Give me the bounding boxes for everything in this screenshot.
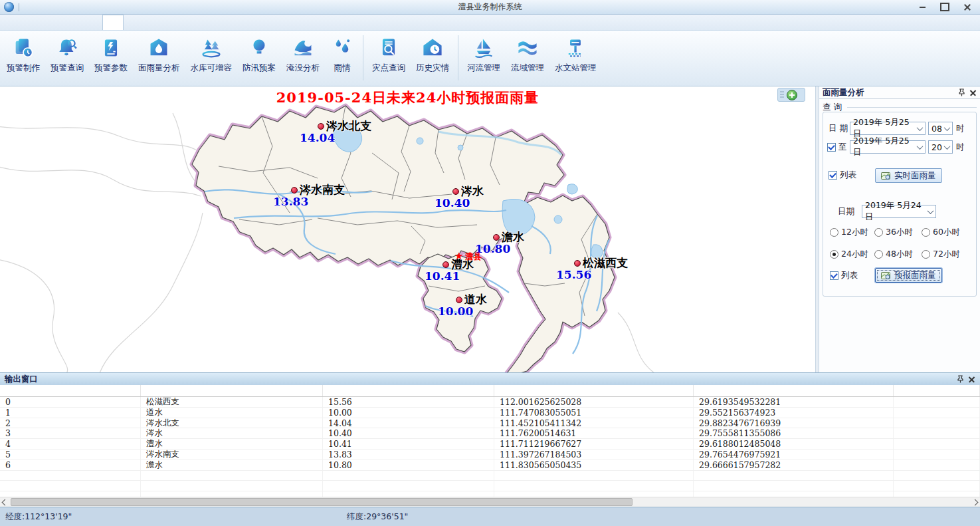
rain-analysis-panel: 面雨量分析 查 询 日 期 2019年 5月25日 08 时 至 2019年 5…: [819, 86, 980, 372]
scrollbar-thumb[interactable]: [11, 498, 633, 506]
panel-title: 面雨量分析: [823, 87, 864, 98]
menu-tab[interactable]: [82, 15, 102, 30]
toolbar-button[interactable]: 预警查询: [45, 34, 89, 86]
column-header[interactable]: [694, 385, 894, 396]
menu-tab[interactable]: [62, 15, 82, 30]
zoom-in-icon[interactable]: [787, 90, 797, 100]
menu-tab[interactable]: [223, 15, 243, 30]
longitude-readout: 经度:112°13'19": [0, 511, 340, 523]
duration-radio[interactable]: 48小时: [874, 249, 922, 260]
toolbar-button[interactable]: 防汛预案: [237, 34, 281, 86]
pin-icon[interactable]: [957, 375, 964, 383]
start-date-select[interactable]: 2019年 5月25日: [850, 122, 926, 135]
table-row[interactable]: 3 涔水 10.40 111.76200514631 29.7555811355…: [0, 428, 980, 439]
titlebar-divider: [19, 3, 19, 11]
menu-tab[interactable]: [3, 15, 23, 30]
toolbar-button[interactable]: 灾点查询: [367, 34, 411, 86]
doc-params-icon: [99, 36, 123, 60]
end-hour-select[interactable]: 20: [928, 140, 953, 154]
duration-radio[interactable]: 72小时: [922, 249, 973, 260]
table-row[interactable]: 1 道水 10.00 111.747083055051 29.552156374…: [0, 408, 980, 418]
raindrops-icon: [330, 36, 354, 60]
toolbar-button[interactable]: 流域管理: [506, 34, 549, 86]
toolbar-button[interactable]: 河流管理: [462, 34, 506, 86]
county-name-label: 澧县: [465, 251, 482, 263]
column-header[interactable]: [494, 385, 694, 396]
table-row[interactable]: 4 澧水 10.41 111.711219667627 29.618801248…: [0, 439, 980, 450]
table-header-row: [0, 385, 980, 397]
basin-map-graphic: [0, 86, 815, 372]
column-header[interactable]: [323, 385, 494, 396]
table-row[interactable]: 6 澹水 10.80 111.830565050435 29.666615795…: [0, 460, 980, 471]
toolbar-button[interactable]: 雨情: [325, 34, 359, 86]
table-row[interactable]: 0 松滋西支 15.56 112.001625625028 29.6193549…: [0, 397, 980, 408]
menu-tab[interactable]: [203, 15, 223, 30]
map-view[interactable]: 涔水北支 14.04 涔水南支 13.83 涔水 10.40 澹水 10.80 …: [0, 86, 815, 372]
menu-tab[interactable]: [243, 15, 263, 30]
scroll-left-icon[interactable]: [0, 497, 10, 507]
toolbar-button[interactable]: 预警参数: [89, 34, 133, 86]
close-panel-icon[interactable]: [969, 89, 977, 96]
column-header[interactable]: [0, 385, 141, 396]
chevron-down-icon: [917, 143, 924, 150]
realtime-rainfall-button[interactable]: 实时面雨量: [875, 168, 942, 183]
table-row[interactable]: 2 涔水北支 14.04 111.452105411342 29.8823476…: [0, 418, 980, 429]
station-dot-icon: [318, 123, 324, 130]
menu-tab[interactable]: [343, 15, 363, 30]
horizontal-scrollbar[interactable]: [0, 497, 980, 507]
radio-icon: [874, 250, 883, 259]
basin-rainfall-value: 10.41: [425, 269, 460, 283]
table-row[interactable]: [0, 471, 980, 481]
scroll-right-icon[interactable]: [970, 497, 980, 507]
reservoir-icon: [199, 36, 223, 60]
toolbar-button[interactable]: 面雨量分析: [133, 34, 185, 86]
map-zoom-widget: [777, 88, 805, 102]
minimize-icon[interactable]: [914, 2, 931, 13]
end-date-select[interactable]: 2019年 5月25日: [850, 140, 926, 154]
duration-radio[interactable]: 60小时: [922, 227, 973, 238]
menu-tab[interactable]: [163, 15, 183, 30]
station-dot-icon: [493, 234, 500, 241]
maximize-icon[interactable]: [936, 2, 953, 13]
table-row[interactable]: 5 涔水南支 13.83 111.397267184503 29.7654476…: [0, 450, 980, 460]
menu-tab[interactable]: [183, 15, 203, 30]
forecast-rainfall-button[interactable]: 预报面雨量: [875, 268, 942, 283]
chevron-down-icon: [944, 124, 951, 131]
flood-icon: [291, 36, 315, 60]
station-dot-icon: [456, 297, 462, 303]
toolbar-button[interactable]: 水库可增容: [185, 34, 238, 86]
column-header[interactable]: [894, 385, 980, 396]
menu-tab[interactable]: [283, 15, 303, 30]
menu-tab[interactable]: [43, 15, 62, 30]
toolbar-button[interactable]: 预警制作: [1, 34, 45, 86]
list-checkbox[interactable]: [830, 271, 838, 280]
menu-tab[interactable]: [124, 15, 144, 30]
menu-tab[interactable]: [144, 15, 163, 30]
forecast-date-select[interactable]: 2019年 5月24日: [862, 205, 936, 218]
list-checkbox[interactable]: [829, 171, 837, 180]
menu-tab[interactable]: [102, 15, 124, 30]
close-icon[interactable]: [959, 2, 976, 13]
toolbar-button[interactable]: 淹没分析: [281, 34, 325, 86]
column-header[interactable]: [141, 385, 323, 396]
menu-tab[interactable]: [263, 15, 283, 30]
result-table: 0 松滋西支 15.56 112.001625625028 29.6193549…: [0, 385, 980, 497]
menu-tab[interactable]: [323, 15, 343, 30]
to-date-checkbox[interactable]: [827, 143, 836, 152]
toolbar-button[interactable]: 水文站管理: [549, 34, 602, 86]
table-row[interactable]: [0, 481, 980, 491]
menu-tab[interactable]: [23, 15, 43, 30]
app-globe-icon: [4, 2, 14, 12]
duration-radio[interactable]: 12小时: [830, 227, 874, 238]
start-hour-select[interactable]: 08: [928, 122, 953, 135]
bell-search-icon: [55, 36, 79, 60]
drag-grip-icon[interactable]: [780, 90, 784, 99]
duration-radio[interactable]: 24小时: [830, 249, 874, 260]
menu-tab[interactable]: [303, 15, 323, 30]
duration-radio[interactable]: 36小时: [874, 227, 922, 238]
close-panel-icon[interactable]: [968, 376, 975, 383]
list-label: 列表: [840, 170, 856, 181]
county-star-icon: ★: [454, 250, 463, 262]
pin-icon[interactable]: [958, 88, 965, 96]
toolbar-button[interactable]: 历史灾情: [411, 34, 454, 86]
